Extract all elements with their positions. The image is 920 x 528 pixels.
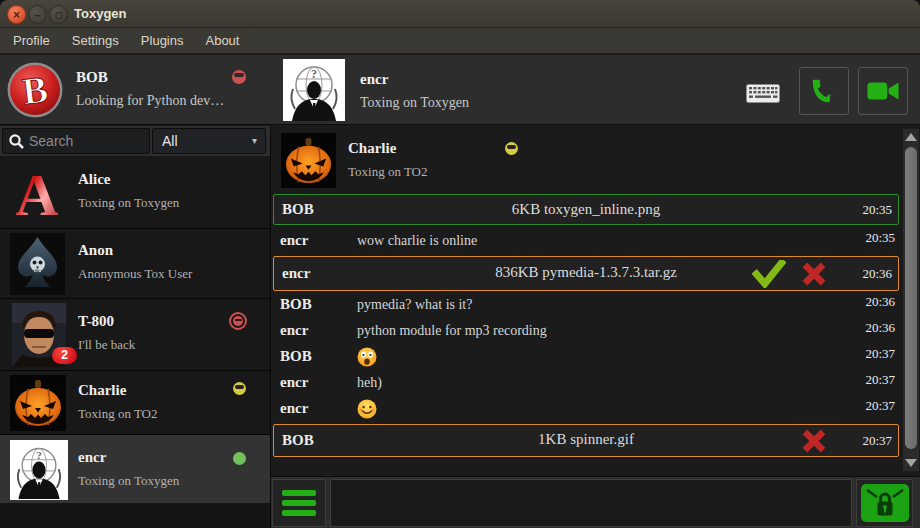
active-friend-avatar: ? [283,59,345,121]
message-time: 20:35 [865,230,895,246]
contact-status-away-icon [233,382,246,395]
avatar-pumpkin-icon [281,133,336,188]
message-text: encr python module for mp3 recording 20:… [272,319,901,344]
top-panel: B BOB Looking for Python dev… ? en [0,55,920,125]
contact-status-message: Toxing on TO2 [78,406,158,422]
close-button[interactable]: × [7,5,26,24]
message-author: encr [280,322,308,339]
avatar-pumpkin-icon [10,375,66,431]
menu-about[interactable]: About [194,28,250,54]
peer-info-card: Charlie Toxing on TO2 [271,126,901,190]
contact-row-anon[interactable]: Anon Anonymous Tox User [0,228,270,298]
minimize-button[interactable]: – [28,5,47,24]
file-name: 6KB toxygen_inline.png [274,201,898,218]
message-body: heh) [357,375,382,391]
menu-plugins[interactable]: Plugins [130,28,195,54]
contact-status-message: Toxing on Toxygen [78,473,179,489]
contact-list-panel: All ▾ A Alice Toxing on Toxygen [0,126,270,528]
svg-text:B: B [20,68,50,113]
avatar-spade-skull-icon [10,233,65,295]
active-friend-name: encr [360,71,388,88]
send-message-button[interactable] [856,479,913,527]
contact-row-t800[interactable]: T-800 I'll be back 2 [0,298,270,370]
contact-name: encr [78,449,106,466]
search-row: All ▾ [0,126,270,156]
contact-row-charlie[interactable]: Charlie Toxing on TO2 [0,370,270,434]
menu-profile[interactable]: Profile [2,28,61,54]
menubar: Profile Settings Plugins About [0,28,920,54]
self-name: BOB [76,69,108,86]
shocked-face-emoji-icon [357,347,377,371]
peer-status-away-icon [505,142,518,155]
scroll-up-arrow-icon[interactable] [905,133,917,141]
decline-file-button[interactable] [800,261,828,291]
decline-file-button[interactable] [800,428,828,458]
message-body: wow charlie is online [357,233,477,249]
self-status-message: Looking for Python dev… [76,93,224,109]
contact-status-online-icon [233,452,246,465]
message-time: 20:37 [865,346,895,362]
keyboard-icon[interactable] [746,84,780,107]
scrollbar-thumb[interactable] [905,147,917,449]
video-call-button[interactable] [858,67,908,115]
toxygen-window: × – ◻ Toxygen Profile Settings Plugins A… [0,0,920,528]
unread-count-badge: 2 [52,347,77,364]
composer-bar [271,476,920,528]
titlebar: × – ◻ Toxygen [0,0,920,28]
avatar-alice-icon: A [10,165,65,221]
chat-menu-button[interactable] [272,479,326,527]
phone-icon [809,76,839,106]
sidebar-footer [0,503,270,528]
contact-row-encr[interactable]: ? encr Toxing on Toxygen [0,434,270,503]
message-time: 20:37 [865,372,895,388]
contact-name: Alice [78,171,110,188]
accept-file-button[interactable] [752,260,786,292]
contact-status-message: Toxing on Toxygen [78,195,179,211]
message-file-transfer-pending: encr 836KB pymedia-1.3.7.3.tar.gz 20:36 [273,256,899,291]
svg-text:?: ? [36,449,42,461]
avatar-anonymous-icon: ? [283,59,345,121]
message-time: 20:36 [865,294,895,310]
contact-name: T-800 [78,313,114,330]
message-time: 20:35 [862,202,892,218]
message-author: encr [280,374,308,391]
message-text: encr wow charlie is online 20:35 [272,229,901,254]
chevron-down-icon: ▾ [252,129,257,153]
contact-name: Anon [78,242,113,259]
message-body: pymedia? what is it? [357,297,472,313]
message-text: encr heh) 20:37 [272,371,901,396]
message-input[interactable] [330,479,852,527]
message-time: 20:37 [865,398,895,414]
contact-row-alice[interactable]: A Alice Toxing on Toxygen [0,158,270,228]
contact-name: Charlie [78,382,126,399]
contact-status-message: I'll be back [78,337,135,353]
avatar-bob-icon: B [7,62,63,118]
video-camera-icon [866,76,900,106]
smiling-face-emoji-icon [357,399,377,423]
svg-text:?: ? [311,67,317,81]
message-emoji: encr 20:37 [272,397,901,422]
search-input[interactable] [29,129,147,153]
chat-scrollbar[interactable] [903,129,919,471]
message-emoji: BOB 20:37 [272,345,901,370]
scroll-down-arrow-icon[interactable] [905,459,917,467]
message-author: encr [280,400,308,417]
filter-value: All [162,133,178,149]
contact-filter-dropdown[interactable]: All ▾ [152,128,266,154]
maximize-button[interactable]: ◻ [49,5,68,24]
svg-text:A: A [15,165,58,221]
message-time: 20:36 [865,320,895,336]
audio-call-button[interactable] [799,67,849,115]
search-box [2,128,150,154]
message-time: 20:37 [862,433,892,449]
message-file-transfer-cancelled: BOB 1KB spinner.gif 20:37 [273,424,899,457]
peer-name: Charlie [348,140,396,157]
avatar-anonymous-icon: ? [10,440,68,500]
message-author: encr [280,232,308,249]
window-title: Toxygen [74,0,127,28]
message-text: BOB pymedia? what is it? 20:36 [272,293,901,318]
self-avatar[interactable]: B [7,62,63,118]
self-status-busy-icon [232,70,246,84]
message-time: 20:36 [862,266,892,282]
menu-settings[interactable]: Settings [61,28,130,54]
